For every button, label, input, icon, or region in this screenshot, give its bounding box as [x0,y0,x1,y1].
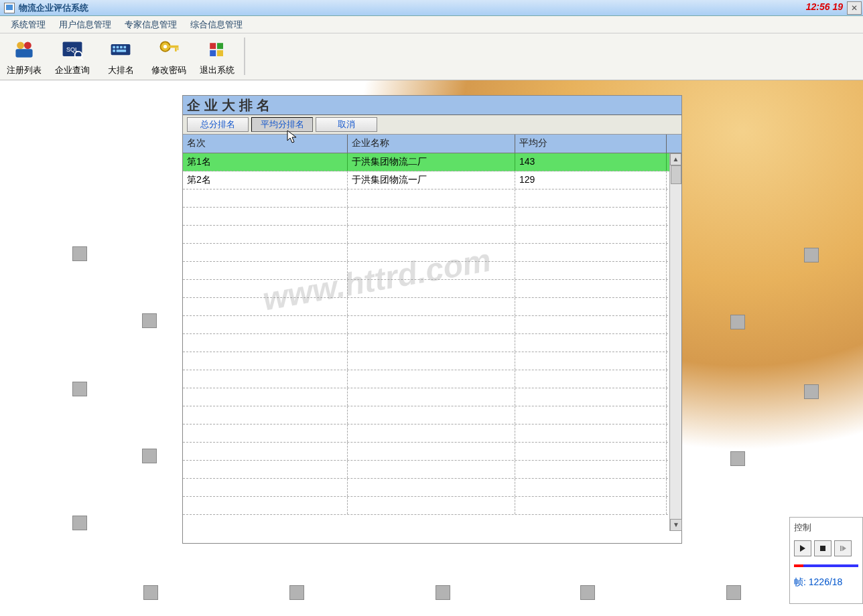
table-row[interactable]: 第2名于洪集团物流一厂129 [183,171,681,189]
scroll-up-arrow[interactable]: ▲ [670,153,681,165]
next-button[interactable] [834,540,852,556]
cell-rank: 第1名 [183,153,348,171]
tool-label: 注册列表 [7,64,42,76]
table-row[interactable]: 第1名于洪集团物流二厂143 [183,153,681,171]
cell-avg [515,388,667,406]
app-icon [4,3,15,13]
table-row[interactable] [183,406,681,425]
tool-exit[interactable]: 退出系统 [194,36,240,76]
bg-square-icon [72,516,87,530]
menu-system[interactable]: 系统管理 [4,17,52,33]
table-row[interactable] [183,425,681,443]
table-row[interactable] [183,497,681,515]
table-row[interactable] [183,316,681,334]
cell-rank [183,262,348,279]
cell-avg [515,497,667,514]
cell-avg [515,443,667,460]
bg-square-icon [730,451,745,466]
svg-rect-20 [217,43,223,49]
tool-ranking[interactable]: 大排名 [98,36,143,76]
menu-expert-info[interactable]: 专家信息管理 [118,17,184,33]
cell-rank [183,334,348,352]
cell-name [348,461,515,478]
btn-total-ranking[interactable]: 总分排名 [187,117,249,132]
close-button[interactable]: ✕ [847,1,862,15]
windows-flag-icon [204,37,230,63]
progress-bar[interactable] [794,564,858,567]
tool-label: 修改密码 [151,64,186,76]
svg-point-1 [24,42,31,49]
play-button[interactable] [794,540,811,556]
window-title: 物流企业评估系统 [19,2,88,14]
svg-rect-7 [111,44,131,55]
cell-rank [183,352,348,370]
cell-avg [515,280,667,297]
vertical-scrollbar[interactable]: ▲ ▼ [669,153,681,531]
table-row[interactable] [183,443,681,461]
svg-line-6 [81,58,84,60]
scroll-down-arrow[interactable]: ▼ [670,519,682,531]
cell-avg [515,298,667,315]
cell-rank: 第2名 [183,171,348,189]
bg-square-icon [726,585,741,600]
cell-name [348,388,515,406]
cell-name [348,208,515,225]
frame-counter: 帧: 1226/18 [794,576,858,589]
cell-name [348,298,515,315]
scroll-thumb[interactable] [671,165,681,184]
btn-avg-ranking[interactable]: 平均分排名 [251,117,313,132]
col-name[interactable]: 企业名称 [348,135,515,153]
cell-avg [515,406,667,424]
table-row[interactable] [183,370,681,388]
table-row[interactable] [183,262,681,280]
menu-user-info[interactable]: 用户信息管理 [52,17,118,33]
time-badge: 12:56 19 [806,1,843,12]
people-icon [11,37,38,63]
cell-name [348,226,515,243]
cell-rank [183,370,348,388]
table-row[interactable] [183,244,681,262]
table-row[interactable] [183,461,681,479]
cell-avg [515,189,667,207]
bg-square-icon [289,585,304,600]
cell-rank [183,298,348,315]
control-panel-title: 控制 [794,522,858,534]
bg-square-icon [804,248,819,262]
table-row[interactable] [183,352,681,370]
col-rank[interactable]: 名次 [183,135,348,153]
menu-composite-info[interactable]: 综合信息管理 [184,17,249,33]
bg-square-icon [72,246,87,261]
cell-avg [515,262,667,279]
cell-name [348,425,515,442]
tool-register-list[interactable]: 注册列表 [1,36,47,76]
svg-rect-10 [120,46,123,49]
cell-rank [183,280,348,297]
col-avg[interactable]: 平均分 [515,135,667,153]
svg-rect-17 [175,48,177,51]
cell-rank [183,497,348,514]
tool-enterprise-query[interactable]: SQL 企业查询 [50,36,95,76]
stop-button[interactable] [814,540,832,556]
table-row[interactable] [183,334,681,352]
table-row[interactable] [183,189,681,208]
cell-name [348,352,515,370]
cell-rank [183,244,348,261]
table-row[interactable] [183,479,681,497]
svg-rect-9 [117,46,119,49]
tool-change-password[interactable]: 修改密码 [146,36,192,76]
table-row[interactable] [183,208,681,226]
cell-name [348,479,515,496]
table-row[interactable] [183,280,681,298]
bg-square-icon [730,315,745,329]
cell-avg [515,208,667,225]
window-titlebar: 物流企业评估系统 12:56 19 ✕ [0,0,863,16]
table-row[interactable] [183,298,681,316]
table-row[interactable] [183,226,681,244]
btn-cancel[interactable]: 取消 [316,117,377,132]
cell-name [348,497,515,514]
cell-avg [515,461,667,478]
frame-label: 帧: [794,576,806,587]
table-row[interactable] [183,388,681,406]
cell-name [348,189,515,207]
cell-avg [515,244,667,261]
